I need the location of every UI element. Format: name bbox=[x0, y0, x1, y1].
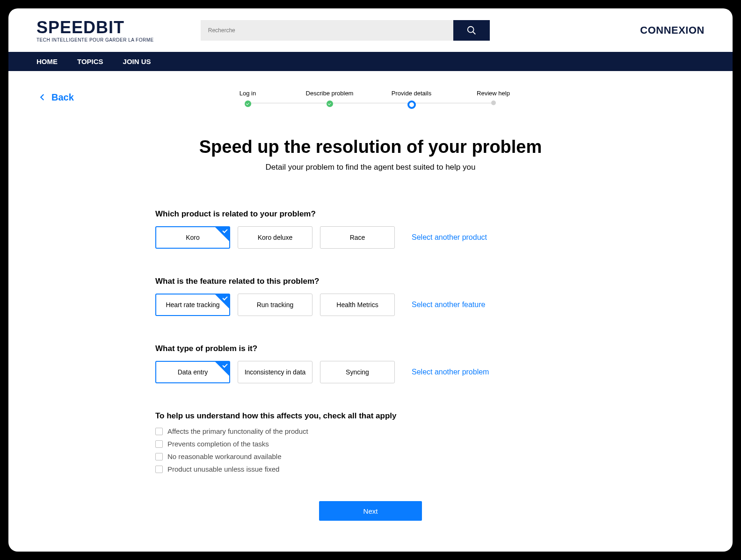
step-label: Log in bbox=[240, 90, 256, 97]
impact-checklist: To help us understand how this affects y… bbox=[151, 411, 590, 473]
back-label: Back bbox=[51, 92, 74, 103]
option-label: Heart rate tracking bbox=[166, 301, 219, 309]
select-another-product[interactable]: Select another product bbox=[412, 233, 487, 242]
check-label: Affects the primary functonality of the … bbox=[167, 427, 308, 435]
step-label: Describe problem bbox=[306, 90, 354, 97]
next-wrap: Next bbox=[151, 501, 590, 521]
step-describe: Describe problem bbox=[289, 90, 370, 107]
options-row: Data entry Inconsistency in data Syncing… bbox=[155, 361, 590, 383]
page-title: Speed up the resolution of your problem bbox=[151, 137, 590, 157]
progress-stepper: Log in Describe problem Provide details bbox=[207, 90, 534, 109]
question-label: What is the feature related to this prob… bbox=[155, 277, 590, 286]
option-label: Data entry bbox=[178, 368, 208, 376]
option-label: Race bbox=[350, 234, 365, 241]
check-label: Prevents completion of the tasks bbox=[167, 440, 269, 448]
option-koro[interactable]: Koro bbox=[155, 226, 230, 249]
brand: SPEEDBIT TECH INTELLIGENTE POUR GARDER L… bbox=[36, 18, 154, 43]
option-label: Koro bbox=[186, 234, 200, 241]
content: Back Log in Describe problem bbox=[8, 71, 733, 539]
option-heart-rate[interactable]: Heart rate tracking bbox=[155, 294, 230, 316]
step-dot-done bbox=[327, 101, 333, 107]
options-row: Heart rate tracking Run tracking Health … bbox=[155, 294, 590, 316]
back-button[interactable]: Back bbox=[38, 92, 74, 103]
brand-tagline: TECH INTELLIGENTE POUR GARDER LA FORME bbox=[36, 37, 154, 43]
next-button[interactable]: Next bbox=[319, 501, 422, 521]
check-row-primary-functionality[interactable]: Affects the primary functonality of the … bbox=[155, 427, 590, 435]
step-details: Provide details bbox=[370, 90, 452, 109]
svg-line-1 bbox=[472, 31, 475, 34]
check-row-prevents-completion[interactable]: Prevents completion of the tasks bbox=[155, 440, 590, 448]
question-label: What type of problem is it? bbox=[155, 344, 590, 353]
option-label: Health Metrics bbox=[336, 301, 378, 309]
checkbox[interactable] bbox=[155, 466, 163, 473]
step-label: Provide details bbox=[392, 90, 431, 97]
check-icon bbox=[215, 227, 229, 241]
chevron-left-icon bbox=[38, 92, 47, 103]
svg-point-0 bbox=[467, 26, 473, 32]
checkbox[interactable] bbox=[155, 428, 163, 435]
check-row-product-unusable[interactable]: Product unusable unless issue fixed bbox=[155, 465, 590, 473]
checkbox[interactable] bbox=[155, 440, 163, 448]
checklist-label: To help us understand how this affects y… bbox=[155, 411, 590, 421]
step-dot-done bbox=[245, 101, 251, 107]
step-label: Review help bbox=[477, 90, 510, 97]
page-subtitle: Detail your problem to find the agent be… bbox=[151, 163, 590, 172]
check-label: Product unusable unless issue fixed bbox=[167, 465, 279, 473]
search-button[interactable] bbox=[453, 20, 490, 41]
option-inconsistency[interactable]: Inconsistency in data bbox=[238, 361, 312, 383]
nav-item-home[interactable]: HOME bbox=[36, 57, 58, 65]
brand-name: SPEEDBIT bbox=[36, 18, 154, 37]
select-another-problem[interactable]: Select another problem bbox=[412, 368, 489, 376]
question-label: Which product is related to your problem… bbox=[155, 209, 590, 219]
nav-item-topics[interactable]: TOPICS bbox=[77, 57, 103, 65]
select-another-feature[interactable]: Select another feature bbox=[412, 301, 485, 309]
option-run-tracking[interactable]: Run tracking bbox=[238, 294, 312, 316]
check-row-no-workaround[interactable]: No reasonable workaround available bbox=[155, 452, 590, 460]
option-data-entry[interactable]: Data entry bbox=[155, 361, 230, 383]
options-row: Koro Koro deluxe Race Select another pro… bbox=[155, 226, 590, 249]
option-syncing[interactable]: Syncing bbox=[320, 361, 395, 383]
checkbox[interactable] bbox=[155, 453, 163, 460]
question-feature: What is the feature related to this prob… bbox=[151, 277, 590, 316]
main-nav: HOME TOPICS JOIN US bbox=[8, 52, 733, 71]
question-problem-type: What type of problem is it? Data entry I… bbox=[151, 344, 590, 383]
option-race[interactable]: Race bbox=[320, 226, 395, 249]
option-label: Syncing bbox=[346, 368, 369, 376]
option-label: Inconsistency in data bbox=[245, 368, 306, 376]
option-koro-deluxe[interactable]: Koro deluxe bbox=[238, 226, 312, 249]
option-label: Run tracking bbox=[257, 301, 294, 309]
option-health-metrics[interactable]: Health Metrics bbox=[320, 294, 395, 316]
check-label: No reasonable workaround available bbox=[167, 452, 282, 460]
nav-item-join-us[interactable]: JOIN US bbox=[123, 57, 151, 65]
login-link[interactable]: CONNEXION bbox=[640, 24, 705, 36]
search-icon bbox=[466, 25, 477, 36]
option-label: Koro deluxe bbox=[258, 234, 293, 241]
header: SPEEDBIT TECH INTELLIGENTE POUR GARDER L… bbox=[8, 8, 733, 52]
question-product: Which product is related to your problem… bbox=[151, 209, 590, 249]
step-dot-current bbox=[407, 101, 416, 109]
step-dot-future bbox=[491, 101, 496, 105]
search-bar bbox=[201, 20, 490, 41]
search-input[interactable] bbox=[201, 20, 453, 41]
step-login: Log in bbox=[207, 90, 289, 107]
check-icon bbox=[215, 362, 229, 376]
check-icon bbox=[215, 294, 229, 309]
